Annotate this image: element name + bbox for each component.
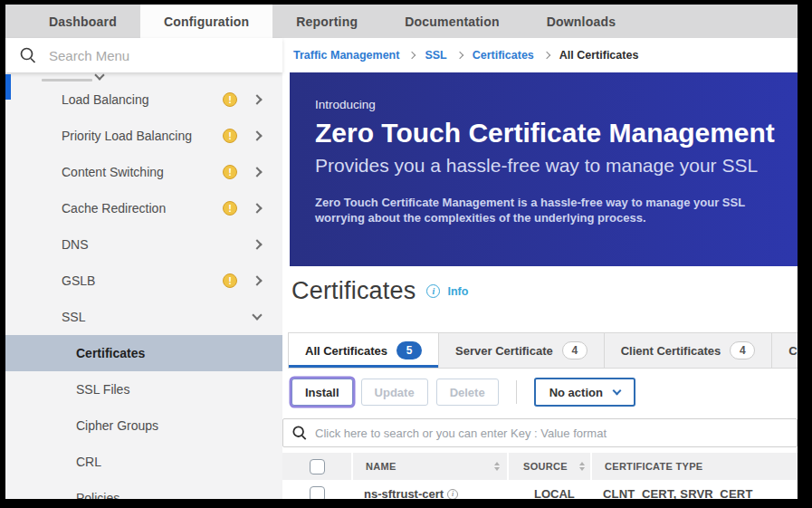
chevron-right-icon xyxy=(543,52,550,59)
sidebar-item-priority-load-balancing[interactable]: Priority Load Balancing xyxy=(5,118,282,154)
sidebar-item-crl[interactable]: CRL xyxy=(5,444,282,480)
chevron-down-icon xyxy=(252,310,262,320)
sidebar-item-dns[interactable]: DNS xyxy=(5,226,282,263)
count-badge: 4 xyxy=(562,341,588,359)
chevron-down-icon xyxy=(612,387,621,396)
search-icon xyxy=(292,426,307,440)
sidebar-menu: Load Balancing Priority Load Balancing C… xyxy=(5,72,282,499)
column-header-certificate-type[interactable]: CERTIFICATE TYPE xyxy=(592,453,798,480)
top-nav: Dashboard Configuration Reporting Docume… xyxy=(5,5,798,38)
table-row[interactable]: ns-sftrust-cert LOCAL CLNT_CERT, SRVR_CE… xyxy=(282,486,798,499)
page-title: Certificates xyxy=(291,277,416,305)
warning-icon xyxy=(223,92,237,107)
chevron-right-icon xyxy=(252,130,262,140)
delete-button[interactable]: Delete xyxy=(436,379,499,406)
chevron-right-icon xyxy=(455,52,463,59)
tab-all-certificates[interactable]: All Certificates 5 xyxy=(288,332,439,369)
warning-icon xyxy=(223,201,237,216)
table-search-input[interactable] xyxy=(315,427,788,440)
table-header: NAME SOURCE CERTIFICATE TYPE xyxy=(282,453,798,480)
sidebar-search-input[interactable] xyxy=(49,48,268,63)
sort-icon[interactable] xyxy=(579,462,585,471)
chevron-right-icon xyxy=(252,275,262,285)
banner-title: Zero Touch Certificate Management xyxy=(315,118,798,149)
sidebar-item-gslb[interactable]: GSLB xyxy=(5,263,282,299)
certificate-tabs: All Certificates 5 Server Certificate 4 … xyxy=(288,332,798,369)
promo-banner: Introducing Zero Touch Certificate Manag… xyxy=(290,72,798,266)
breadcrumb-link-traffic-management[interactable]: Traffic Management xyxy=(293,49,399,62)
sidebar-item-ssl[interactable]: SSL xyxy=(5,299,282,335)
update-button[interactable]: Update xyxy=(361,379,428,406)
banner-eyebrow: Introducing xyxy=(315,98,798,111)
banner-subtitle: Provides you a hassle-free way to manage… xyxy=(315,155,798,177)
install-button[interactable]: Install xyxy=(291,379,353,406)
sidebar-item-policies[interactable]: Policies xyxy=(5,480,282,499)
tab-client-certificates[interactable]: Client Certificates 4 xyxy=(605,332,773,369)
sidebar-item-cache-redirection[interactable]: Cache Redirection xyxy=(5,190,282,226)
breadcrumb: Traffic Management SSL Certificates All … xyxy=(282,38,798,72)
warning-icon xyxy=(223,165,237,179)
chevron-right-icon xyxy=(252,239,262,249)
chevron-right-icon xyxy=(252,94,262,104)
chevron-down-icon xyxy=(94,72,104,81)
sort-icon[interactable] xyxy=(494,462,500,471)
search-icon xyxy=(20,47,36,63)
warning-icon xyxy=(223,129,237,143)
toolbar-divider xyxy=(516,380,517,404)
nav-tab-dashboard[interactable]: Dashboard xyxy=(25,5,140,38)
certificate-info-icon[interactable] xyxy=(447,489,458,500)
certificate-type: CLNT_CERT, SRVR_CERT xyxy=(588,487,798,499)
certificate-name: ns-sftrust-cert xyxy=(364,487,444,499)
count-badge: 4 xyxy=(730,341,755,359)
breadcrumb-link-ssl[interactable]: SSL xyxy=(425,49,446,62)
info-link[interactable]: Info xyxy=(447,285,468,298)
sidebar-item-certificates[interactable]: Certificates xyxy=(5,335,282,371)
page-title-row: Certificates i Info xyxy=(282,277,798,305)
tab-server-certificate[interactable]: Server Certificate 4 xyxy=(439,332,605,369)
select-all-checkbox[interactable] xyxy=(310,459,325,474)
row-checkbox[interactable] xyxy=(310,486,325,499)
nav-tab-reporting[interactable]: Reporting xyxy=(272,5,381,38)
toolbar: Install Update Delete No action xyxy=(288,378,798,407)
column-header-name[interactable]: NAME xyxy=(353,453,507,480)
warning-icon xyxy=(223,273,237,288)
table-search[interactable] xyxy=(282,418,798,447)
tab-ca-certificates[interactable]: CA Ce xyxy=(772,332,798,369)
sidebar-item-content-switching[interactable]: Content Switching xyxy=(5,154,282,190)
sidebar-search[interactable] xyxy=(5,38,282,72)
sidebar-item-ssl-files[interactable]: SSL Files xyxy=(5,371,282,407)
certificate-source: LOCAL xyxy=(507,487,588,499)
content-area: Traffic Management SSL Certificates All … xyxy=(282,38,798,499)
info-icon[interactable]: i xyxy=(426,284,440,298)
nav-tab-configuration[interactable]: Configuration xyxy=(140,5,272,38)
sidebar-scrollbar-thumb[interactable] xyxy=(5,74,11,100)
select-all-cell xyxy=(282,453,351,480)
chevron-right-icon xyxy=(252,203,262,213)
sidebar-item-cipher-groups[interactable]: Cipher Groups xyxy=(5,407,282,444)
sidebar: Load Balancing Priority Load Balancing C… xyxy=(5,38,282,499)
clipped-menu-item xyxy=(5,72,282,81)
chevron-right-icon xyxy=(252,167,262,177)
column-header-source[interactable]: SOURCE xyxy=(509,453,590,480)
nav-tab-downloads[interactable]: Downloads xyxy=(523,5,639,38)
breadcrumb-current: All Certificates xyxy=(559,49,639,62)
app-window: Dashboard Configuration Reporting Docume… xyxy=(5,5,798,499)
chevron-right-icon xyxy=(408,52,416,59)
count-badge: 5 xyxy=(396,341,422,359)
banner-body: Zero Touch Certificate Management is a h… xyxy=(315,195,798,225)
sidebar-item-load-balancing[interactable]: Load Balancing xyxy=(5,81,282,118)
action-dropdown[interactable]: No action xyxy=(534,378,635,407)
breadcrumb-link-certificates[interactable]: Certificates xyxy=(473,49,534,62)
nav-tab-documentation[interactable]: Documentation xyxy=(381,5,523,38)
